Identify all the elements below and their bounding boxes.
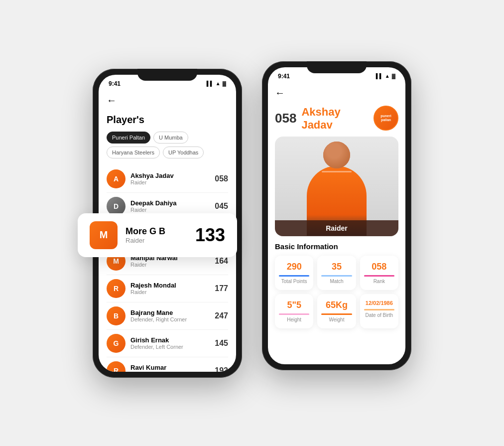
stat-card-match: 35 Match [317, 256, 356, 290]
stat-card-dob: 12/02/1986 Date of Birth [360, 294, 398, 328]
tab-u-mumba[interactable]: U Mumba [153, 132, 188, 144]
stat-label-rank: Rank [364, 279, 394, 284]
phone-2: 9:41 ▌▌ ▲ ▓ ← 058 Akshay Jadav [262, 61, 411, 370]
player-row-0[interactable]: A Akshya Jadav Raider 058 [107, 165, 228, 193]
player-row-7[interactable]: R Ravi Kumar Defender, Right Corner 193 [107, 357, 228, 372]
basic-info-title: Basic Information [275, 242, 398, 251]
screen-2-content: ← 058 Akshay Jadav puneripallan [268, 83, 405, 364]
floating-player-card: M More G B Raider 133 [78, 213, 237, 257]
stat-card-rank: 058 Rank [360, 256, 398, 290]
team-logo-text: puneripallan [380, 114, 391, 122]
player-face [323, 142, 350, 168]
player-detail-name-line2: Jadav [301, 119, 340, 132]
stat-bar-weight [321, 313, 352, 315]
player-number-0: 058 [215, 174, 228, 183]
player-avatar-1: D [107, 197, 126, 216]
player-avatar-5: B [107, 306, 126, 325]
floating-card-role: Raider [126, 237, 187, 244]
player-detail-name-line1: Akshay [301, 106, 340, 119]
battery-icon-2: ▓ [392, 73, 395, 79]
stat-bar-height [279, 313, 309, 315]
notch-1 [137, 69, 197, 81]
stat-label-dob: Date of Birth [364, 312, 394, 318]
player-role-1: Raider [130, 207, 215, 213]
players-title: Player's [107, 114, 228, 126]
player-avatar-6: G [107, 334, 126, 353]
wifi-icon: ▲ [216, 81, 221, 86]
signal-icon-2: ▌▌ [376, 73, 383, 79]
player-info-4: Rajesh Mondal Raider [130, 282, 215, 295]
stat-value-dob: 12/02/1986 [364, 300, 394, 306]
player-role-0: Raider [130, 179, 215, 185]
player-name-1: Deepak Dahiya [130, 199, 215, 207]
stats-grid-2: 5"5 Height 65Kg Weight 12/02/1986 Date o… [275, 294, 398, 328]
stat-bar-dob [364, 309, 394, 310]
stat-label-weight: Weight [321, 317, 352, 322]
stats-grid-1: 290 Total Points 35 Match 058 Rank [275, 256, 398, 290]
screen-2: 9:41 ▌▌ ▲ ▓ ← 058 Akshay Jadav [268, 67, 405, 364]
player-number-5: 247 [215, 311, 228, 320]
stat-card-total-points: 290 Total Points [275, 256, 313, 290]
player-role-5: Defender, Right Corner [130, 316, 215, 322]
tab-puneri-paltan[interactable]: Puneri Paltan [107, 132, 150, 144]
player-info-5: Bajrang Mane Defender, Right Corner [130, 309, 215, 322]
team-logo: puneripallan [374, 106, 398, 131]
player-name-4: Rajesh Mondal [130, 282, 215, 289]
player-avatar-4: R [107, 279, 126, 298]
notch-2 [307, 61, 367, 73]
back-button-1[interactable]: ← [107, 91, 117, 110]
signal-icon: ▌▌ [207, 81, 214, 86]
stat-value-height: 5"5 [279, 300, 309, 310]
player-name-7: Ravi Kumar [130, 364, 215, 371]
status-icons-1: ▌▌ ▲ ▓ [207, 81, 226, 86]
player-image-container: Raider [275, 137, 398, 236]
stat-card-height: 5"5 Height [275, 294, 313, 328]
player-detail-header: 058 Akshay Jadav puneripallan [275, 106, 398, 132]
player-name-6: Girish Ernak [130, 336, 215, 344]
role-badge: Raider [275, 220, 398, 236]
player-role-4: Raider [130, 289, 215, 295]
phones-container: 9:41 ▌▌ ▲ ▓ ← Player's Puneri Paltan U M… [83, 49, 421, 398]
floating-card-avatar: M [90, 221, 118, 249]
status-time-2: 9:41 [278, 73, 290, 80]
player-number-1: 045 [215, 202, 228, 211]
stat-label-match: Match [321, 279, 352, 284]
wifi-icon-2: ▲ [385, 73, 390, 79]
stat-bar-rank [364, 275, 394, 277]
stat-bar-points [279, 275, 309, 277]
player-number-4: 177 [215, 284, 228, 293]
stat-card-weight: 65Kg Weight [317, 294, 356, 328]
player-detail-number: 058 [275, 111, 296, 126]
player-number-6: 145 [215, 339, 228, 348]
player-row-5[interactable]: B Bajrang Mane Defender, Right Corner 24… [107, 302, 228, 330]
phone-1: 9:41 ▌▌ ▲ ▓ ← Player's Puneri Paltan U M… [93, 69, 242, 378]
stat-value-match: 35 [321, 262, 352, 272]
tab-up-yoddhas[interactable]: UP Yoddhas [163, 147, 204, 158]
player-role-7: Defender, Right Corner [130, 371, 215, 372]
player-head [323, 142, 350, 168]
tabs-row: Puneri Paltan U Mumba Haryana Steelers U… [107, 132, 228, 158]
player-info-0: Akshya Jadav Raider [130, 172, 215, 185]
number-name-row: 058 Akshay Jadav [275, 106, 341, 132]
player-role-6: Defender, Left Corner [130, 344, 215, 350]
stat-label-points: Total Points [279, 279, 309, 284]
tab-haryana-steelers[interactable]: Haryana Steelers [107, 147, 160, 158]
floating-card-info: More G B Raider [126, 226, 187, 244]
stat-bar-match [321, 275, 352, 277]
status-time-1: 9:41 [109, 80, 121, 87]
player-row-6[interactable]: G Girish Ernak Defender, Left Corner 145 [107, 330, 228, 357]
player-info-7: Ravi Kumar Defender, Right Corner [130, 364, 215, 372]
player-detail-name-block: Akshay Jadav [301, 106, 340, 132]
player-avatar-0: A [107, 169, 126, 188]
player-name-5: Bajrang Mane [130, 309, 215, 316]
player-list: A Akshya Jadav Raider 058 D Deepak Dahiy… [107, 165, 228, 372]
floating-card-name: More G B [126, 226, 187, 237]
player-info-1: Deepak Dahiya Raider [130, 199, 215, 213]
player-row-4[interactable]: R Rajesh Mondal Raider 177 [107, 275, 228, 302]
player-number-7: 193 [215, 366, 228, 372]
back-button-2[interactable]: ← [275, 83, 285, 103]
player-avatar-7: R [107, 361, 126, 372]
stat-label-height: Height [279, 317, 309, 322]
stat-value-weight: 65Kg [321, 300, 352, 310]
floating-card-number: 133 [195, 225, 225, 246]
